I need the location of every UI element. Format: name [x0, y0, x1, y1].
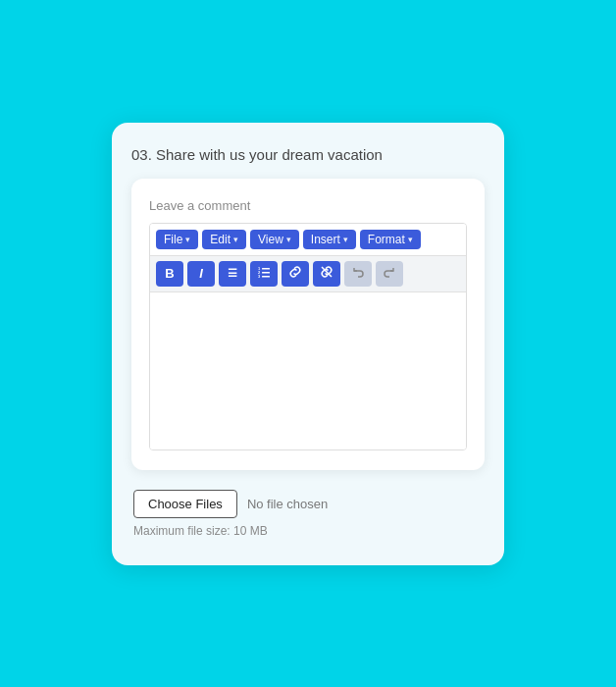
question-title: 03. Share with us your dream vacation	[131, 146, 485, 163]
format-caret-icon: ▾	[408, 235, 413, 244]
no-file-text: No file chosen	[247, 497, 328, 511]
undo-button[interactable]	[344, 261, 372, 287]
svg-rect-2	[262, 276, 270, 278]
ordered-list-button[interactable]: 1 2 3	[250, 261, 278, 287]
editor-body[interactable]	[150, 292, 466, 449]
editor-card: Leave a comment File ▾ Edit ▾ View ▾ Ins…	[131, 179, 485, 470]
toolbar-format: B I ☰ 1 2	[150, 256, 466, 292]
unlink-button[interactable]	[313, 261, 340, 287]
edit-caret-icon: ▾	[233, 235, 238, 244]
insert-menu-button[interactable]: Insert ▾	[303, 230, 356, 249]
insert-caret-icon: ▾	[343, 235, 348, 244]
italic-button[interactable]: I	[187, 261, 215, 287]
svg-rect-1	[262, 272, 270, 274]
format-menu-button[interactable]: Format ▾	[360, 230, 421, 249]
choose-files-button[interactable]: Choose Files	[133, 490, 237, 518]
file-caret-icon: ▾	[185, 235, 190, 244]
redo-button[interactable]	[376, 261, 403, 287]
file-section: Choose Files No file chosen Maximum file…	[131, 486, 485, 538]
editor-container: File ▾ Edit ▾ View ▾ Insert ▾ Format ▾	[149, 223, 467, 450]
toolbar-top: File ▾ Edit ▾ View ▾ Insert ▾ Format ▾	[150, 224, 466, 256]
outer-card: 03. Share with us your dream vacation Le…	[112, 123, 504, 565]
svg-text:3: 3	[258, 274, 261, 279]
svg-rect-0	[262, 268, 270, 270]
max-file-size-text: Maximum file size: 10 MB	[133, 524, 483, 538]
edit-menu-button[interactable]: Edit ▾	[202, 230, 246, 249]
view-menu-button[interactable]: View ▾	[250, 230, 299, 249]
view-caret-icon: ▾	[286, 235, 291, 244]
comment-label: Leave a comment	[149, 198, 467, 213]
link-button[interactable]	[282, 261, 309, 287]
file-input-row: Choose Files No file chosen	[133, 490, 483, 518]
file-menu-button[interactable]: File ▾	[156, 230, 198, 249]
bold-button[interactable]: B	[156, 261, 183, 287]
bullet-list-button[interactable]: ☰	[219, 261, 246, 287]
